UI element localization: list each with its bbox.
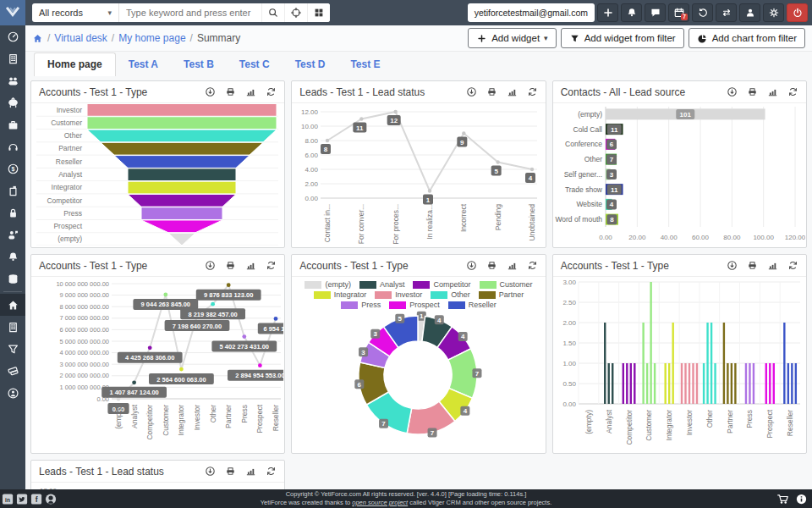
user-email[interactable]: yetiforcetestmail@gmail.com xyxy=(468,3,595,22)
sidebar-item-company-flag[interactable] xyxy=(0,179,25,202)
refresh-icon[interactable] xyxy=(527,260,538,271)
chart-icon[interactable] xyxy=(245,86,256,97)
sidebar-item-bell[interactable] xyxy=(0,246,25,268)
add-chart-from-filter-button[interactable]: Add chart from filter xyxy=(689,28,805,48)
chart-icon[interactable] xyxy=(507,260,518,271)
print-icon[interactable] xyxy=(225,86,236,97)
user-comment-icon xyxy=(7,229,19,241)
notifications-button[interactable] xyxy=(621,3,642,22)
github-icon[interactable] xyxy=(45,493,58,505)
tab-test-c[interactable]: Test C xyxy=(227,53,283,76)
download-icon[interactable] xyxy=(205,86,216,97)
tab-test-d[interactable]: Test D xyxy=(283,53,338,76)
sidebar-item-piggy-bank[interactable] xyxy=(0,91,25,113)
legend-item[interactable]: Partner xyxy=(479,290,524,299)
svg-text:5: 5 xyxy=(495,168,499,175)
download-icon[interactable] xyxy=(205,260,216,271)
tab-home-page[interactable]: Home page xyxy=(34,52,116,76)
tab-test-b[interactable]: Test B xyxy=(171,53,227,76)
twitter-icon[interactable] xyxy=(16,493,29,505)
legend-item[interactable]: Customer xyxy=(480,280,533,289)
breadcrumb-my-home-page[interactable]: My home page xyxy=(118,32,185,44)
print-icon[interactable] xyxy=(486,260,497,271)
refresh-icon[interactable] xyxy=(266,260,277,271)
chart-icon[interactable] xyxy=(767,260,778,271)
power-button[interactable] xyxy=(787,3,808,22)
sidebar-item-user-comment[interactable] xyxy=(0,224,25,246)
calendar-button[interactable]: 7 xyxy=(668,3,689,22)
dashboard-tabs: Home pageTest ATest BTest CTest DTest E xyxy=(25,51,812,76)
sidebar-item-building-alt[interactable] xyxy=(0,316,25,338)
breadcrumb-virtual-desk[interactable]: Virtual desk xyxy=(54,32,107,44)
chart-icon[interactable] xyxy=(245,466,256,477)
svg-text:4: 4 xyxy=(461,333,465,340)
refresh-icon[interactable] xyxy=(787,86,798,97)
chart-icon[interactable] xyxy=(767,86,778,97)
chat-button[interactable] xyxy=(645,3,666,22)
tab-test-a[interactable]: Test A xyxy=(116,53,171,76)
refresh-icon[interactable] xyxy=(527,86,538,97)
target-button[interactable] xyxy=(284,3,307,22)
tab-test-e[interactable]: Test E xyxy=(337,53,392,76)
linkedin-icon[interactable]: in xyxy=(2,493,14,505)
legend-item[interactable]: Reseller xyxy=(448,301,497,309)
sidebar-item-lock[interactable] xyxy=(0,202,25,224)
grid-button[interactable] xyxy=(307,3,330,22)
download-icon xyxy=(466,260,477,271)
download-icon[interactable] xyxy=(727,86,738,97)
yetiforce-logo-icon[interactable] xyxy=(0,0,25,25)
add-widget-button[interactable]: Add widget ▾ xyxy=(468,28,556,48)
exchange-button[interactable] xyxy=(716,3,737,22)
download-icon[interactable] xyxy=(466,260,477,271)
legend-item[interactable]: Press xyxy=(341,301,381,309)
sidebar-item-briefcase[interactable] xyxy=(0,113,25,135)
user-button[interactable] xyxy=(739,3,760,22)
facebook-icon[interactable]: f xyxy=(30,493,43,505)
cart-icon[interactable] xyxy=(776,493,789,505)
sidebar-item-database[interactable] xyxy=(0,268,25,290)
legend-item[interactable]: Other xyxy=(431,290,470,299)
print-icon[interactable] xyxy=(225,260,236,271)
refresh-icon[interactable] xyxy=(266,86,277,97)
svg-text:3: 3 xyxy=(374,330,378,338)
legend-item[interactable]: Analyst xyxy=(359,280,405,289)
print-icon[interactable] xyxy=(747,260,758,271)
search-button[interactable] xyxy=(261,3,284,22)
open-source-project-link[interactable]: open source project xyxy=(352,499,408,506)
legend-item[interactable]: Competitor xyxy=(413,280,470,289)
print-icon[interactable] xyxy=(747,86,758,97)
pie-sm-icon xyxy=(697,33,708,44)
download-icon[interactable] xyxy=(205,466,216,477)
sidebar-item-home[interactable] xyxy=(0,294,25,316)
sidebar-item-building[interactable] xyxy=(0,47,25,69)
history-button[interactable] xyxy=(692,3,713,22)
chart-icon[interactable] xyxy=(507,86,518,97)
legend-item[interactable]: Investor xyxy=(375,290,422,299)
print-icon[interactable] xyxy=(486,86,497,97)
sidebar-item-tickets[interactable] xyxy=(0,360,25,382)
download-icon[interactable] xyxy=(727,260,738,271)
sidebar-item-filter[interactable] xyxy=(0,338,25,360)
records-filter-select[interactable]: All records ▾ xyxy=(32,3,119,22)
home-breadcrumb-icon[interactable] xyxy=(32,33,43,44)
settings-button[interactable] xyxy=(763,3,784,22)
info-icon[interactable] xyxy=(795,493,808,505)
legend-item[interactable]: Integrator xyxy=(314,290,367,299)
legend-item[interactable]: Prospect xyxy=(389,301,440,309)
print-icon[interactable] xyxy=(225,466,236,477)
widget-title: Leads - Test 1 - Lead status xyxy=(39,466,164,478)
legend-item[interactable]: (empty) xyxy=(304,280,351,289)
sidebar-item-user-circle[interactable] xyxy=(0,382,25,404)
search-input[interactable] xyxy=(119,3,261,22)
refresh-icon[interactable] xyxy=(266,466,277,477)
add-button[interactable] xyxy=(597,3,618,22)
svg-text:1: 1 xyxy=(420,312,424,320)
sidebar-item-gauge[interactable] xyxy=(0,25,25,47)
download-icon[interactable] xyxy=(466,86,477,97)
chart-icon[interactable] xyxy=(245,260,256,271)
sidebar-item-headset[interactable] xyxy=(0,135,25,157)
sidebar-item-dollar[interactable]: $ xyxy=(0,157,25,179)
refresh-icon[interactable] xyxy=(787,260,798,271)
sidebar-item-team[interactable] xyxy=(0,69,25,91)
add-widget-from-filter-button[interactable]: Add widget from filter xyxy=(561,28,684,48)
